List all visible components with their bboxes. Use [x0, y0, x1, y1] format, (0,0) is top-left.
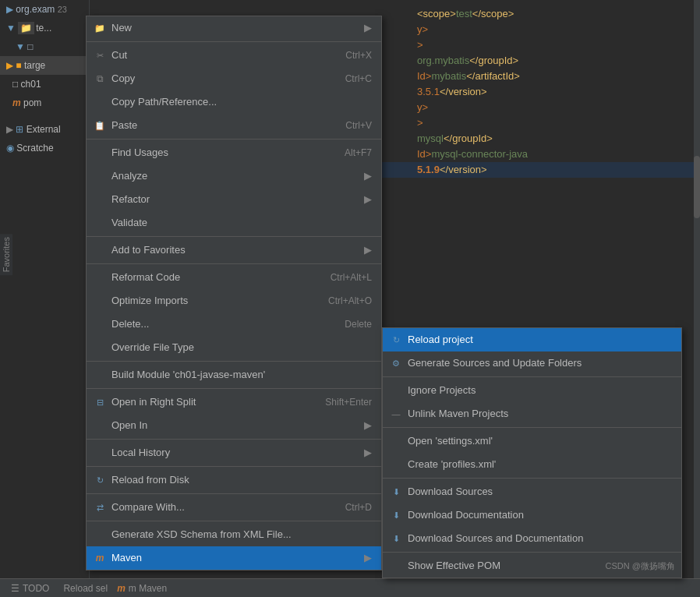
download-docs-icon: ⬇ — [389, 508, 403, 522]
reload-disk-icon: ↻ — [93, 473, 107, 487]
tree-item-target[interactable]: ▶ ■ targe — [0, 56, 89, 75]
separator — [383, 552, 681, 553]
folder-icon: 📁 — [93, 21, 107, 35]
maven-label-reload-project: Reload project — [408, 331, 473, 348]
shortcut-split: Shift+Enter — [302, 394, 372, 411]
menu-item-build-module[interactable]: Build Module 'ch01-javase-maven' — [87, 363, 381, 387]
separator — [87, 236, 381, 237]
menu-label-build: Build Module 'ch01-javase-maven' — [111, 366, 265, 383]
reformat-icon — [93, 270, 107, 284]
csdn-watermark: CSDN @微扬嘴角 — [606, 557, 675, 574]
menu-label-generate-xsd: Generate XSD Schema from XML File... — [111, 526, 292, 543]
separator — [87, 466, 381, 467]
scrollbar[interactable] — [694, 0, 700, 597]
maven-item-create-profiles-xml[interactable]: Create 'profiles.xml' — [383, 453, 681, 476]
maven-item-generate-sources[interactable]: ⚙ Generate Sources and Update Folders — [383, 351, 681, 375]
menu-item-optimize-imports[interactable]: Optimize Imports Ctrl+Alt+O — [87, 289, 381, 313]
maven-item-ignore-projects[interactable]: Ignore Projects — [383, 379, 681, 402]
arrow-icon: ▶ — [364, 168, 372, 185]
analyze-icon — [93, 169, 107, 183]
maven-submenu: ↻ Reload project ⚙ Generate Sources and … — [382, 327, 682, 578]
arrow-icon: ▶ — [364, 417, 372, 434]
maven-label-download-both: Download Sources and Documentation — [408, 530, 583, 547]
menu-item-reformat[interactable]: Reformat Code Ctrl+Alt+L — [87, 266, 381, 289]
arrow-icon: ▶ — [364, 242, 372, 259]
menu-item-find-usages[interactable]: Find Usages Alt+F7 — [87, 141, 381, 164]
ignore-icon — [389, 383, 403, 397]
menu-item-paste[interactable]: 📋 Paste Ctrl+V — [87, 114, 381, 137]
shortcut-find: Alt+F7 — [321, 144, 372, 161]
menu-item-copy-path[interactable]: Copy Path/Reference... — [87, 90, 381, 114]
menu-label-new: New — [111, 19, 132, 37]
maven-label-show-pom: Show Effective POM — [408, 557, 500, 574]
validate-icon — [93, 216, 107, 230]
separator — [383, 427, 681, 428]
todo-label: TODO — [23, 583, 49, 594]
maven-item-show-pom[interactable]: Show Effective POM CSDN @微扬嘴角 — [383, 554, 681, 578]
separator — [383, 376, 681, 377]
maven-item-open-settings-xml[interactable]: Open 'settings.xml' — [383, 429, 681, 453]
reload-sel-label: Reload sel — [63, 583, 108, 594]
tree-item-scratch[interactable]: ◉ Scratche — [0, 139, 89, 157]
menu-item-validate[interactable]: Validate — [87, 211, 381, 235]
menu-label-copy-path: Copy Path/Reference... — [111, 94, 217, 111]
history-icon — [93, 446, 107, 460]
menu-label-cut: Cut — [111, 47, 127, 64]
menu-item-delete[interactable]: Delete... Delete — [87, 313, 381, 336]
menu-item-open-right-split[interactable]: ⊟ Open in Right Split Shift+Enter — [87, 390, 381, 414]
menu-item-copy[interactable]: ⧉ Copy Ctrl+C — [87, 67, 381, 90]
maven-item-reload-project[interactable]: ↻ Reload project — [383, 328, 681, 351]
menu-item-refactor[interactable]: Refactor ▶ — [87, 188, 381, 211]
pom-icon — [389, 559, 403, 573]
download-both-icon: ⬇ — [389, 532, 403, 546]
separator — [87, 439, 381, 440]
menu-item-add-favorites[interactable]: Add to Favorites ▶ — [87, 238, 381, 262]
tree-item-pom[interactable]: m pom — [0, 94, 89, 112]
optimize-icon — [93, 294, 107, 308]
maven-item-unlink[interactable]: — Unlink Maven Projects — [383, 402, 681, 426]
menu-label-copy: Copy — [111, 70, 135, 87]
copy-icon: ⧉ — [93, 72, 107, 86]
menu-item-maven[interactable]: m Maven ▶ — [87, 546, 381, 570]
compare-icon: ⇄ — [93, 500, 107, 514]
menu-item-open-in[interactable]: Open In ▶ — [87, 414, 381, 437]
find-icon — [93, 146, 107, 160]
maven-item-download-sources-docs[interactable]: ⬇ Download Sources and Documentation — [383, 527, 681, 550]
menu-item-override-file-type[interactable]: Override File Type — [87, 336, 381, 359]
menu-item-generate-xsd[interactable]: Generate XSD Schema from XML File... — [87, 523, 381, 546]
shortcut-paste: Ctrl+V — [322, 117, 372, 134]
scrollbar-thumb[interactable] — [694, 156, 700, 218]
tree-item-external[interactable]: ▶ ⊞ External — [0, 120, 89, 139]
menu-item-new[interactable]: 📁 New ▶ — [87, 16, 381, 40]
separator — [87, 521, 381, 521]
tree-item-org-exam[interactable]: ▶ org.exam 23 — [0, 0, 89, 19]
menu-item-reload-disk[interactable]: ↻ Reload from Disk — [87, 468, 381, 492]
shortcut-compare: Ctrl+D — [322, 499, 372, 516]
tree-item-te[interactable]: ▼ 📁te... — [0, 19, 89, 37]
arrow-icon: ▶ — [364, 549, 372, 567]
maven-label-unlink: Unlink Maven Projects — [408, 405, 508, 422]
separator — [87, 139, 381, 140]
menu-item-cut[interactable]: ✂ Cut Ctrl+X — [87, 44, 381, 67]
separator — [87, 388, 381, 389]
tree-item-ch01[interactable]: □ ch01 — [0, 75, 89, 94]
maven-item-download-sources[interactable]: ⬇ Download Sources — [383, 480, 681, 503]
todo-button[interactable]: ☰ TODO — [6, 581, 54, 595]
project-tree: ▶ org.exam 23 ▼ 📁te... ▼ □ ▶ ■ targe □ c… — [0, 0, 90, 597]
menu-item-local-history[interactable]: Local History ▶ — [87, 441, 381, 465]
maven-item-download-docs[interactable]: ⬇ Download Documentation — [383, 503, 681, 527]
separator — [87, 41, 381, 42]
menu-item-analyze[interactable]: Analyze ▶ — [87, 164, 381, 188]
arrow-icon: ▶ — [364, 191, 372, 208]
separator — [383, 478, 681, 479]
menu-label-optimize: Optimize Imports — [111, 292, 188, 309]
build-icon — [93, 368, 107, 382]
cut-icon: ✂ — [93, 48, 107, 62]
menu-item-compare-with[interactable]: ⇄ Compare With... Ctrl+D — [87, 496, 381, 519]
menu-label-reload-disk: Reload from Disk — [111, 472, 189, 489]
favorites-icon — [93, 243, 107, 257]
menu-label-delete: Delete... — [111, 316, 149, 333]
xsd-icon — [93, 528, 107, 542]
todo-icon: ☰ — [11, 583, 19, 594]
tree-item-folder[interactable]: ▼ □ — [0, 37, 89, 56]
